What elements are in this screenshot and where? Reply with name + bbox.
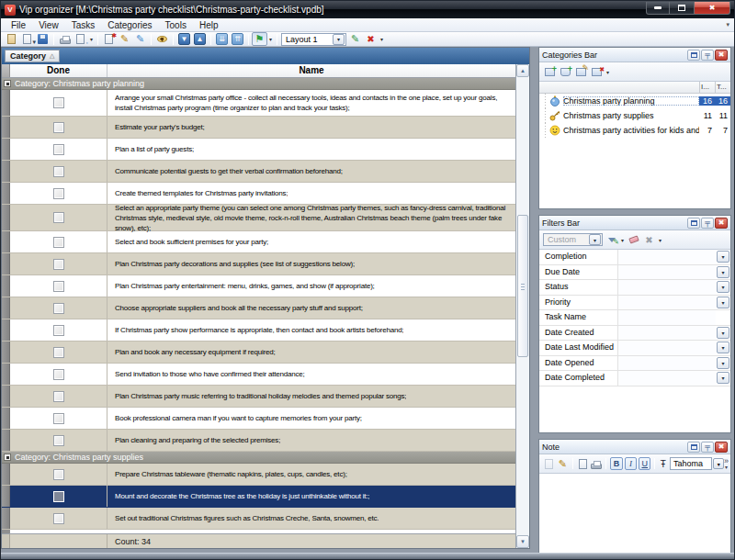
minimize-button[interactable] (646, 2, 670, 15)
add-subcategory-icon[interactable]: + (558, 65, 573, 79)
scroll-up-icon[interactable]: ▲ (516, 64, 529, 77)
filters-close-button[interactable]: ✖ (715, 218, 728, 229)
scroll-down-icon[interactable]: ▼ (516, 535, 529, 548)
note-editor[interactable] (539, 474, 730, 553)
menu-file[interactable]: File (5, 18, 32, 32)
filter-dropdown-button[interactable]: ▾ (717, 297, 729, 308)
group-by-category-button[interactable]: Category △ (5, 50, 60, 62)
done-checkbox[interactable] (53, 513, 64, 524)
open-document-icon[interactable]: ▾ (19, 32, 35, 46)
filter-dropdown-button[interactable]: ▾ (717, 357, 729, 369)
note-close-button[interactable]: ✖ (715, 442, 728, 453)
count-column-2-header[interactable]: T... (715, 82, 730, 93)
categories-pin-button[interactable]: ╤ (701, 50, 714, 61)
new-task-icon[interactable]: ✱ (101, 32, 117, 46)
categories-float-button[interactable] (687, 50, 700, 61)
show-completed-eye-icon[interactable] (154, 32, 170, 46)
edit-task-icon[interactable]: ✎ (117, 32, 132, 46)
toolbar-overflow-icon[interactable]: ▾ (88, 36, 95, 42)
task-row[interactable]: Select an appropriate party theme (you c… (2, 205, 515, 231)
done-checkbox[interactable] (53, 122, 64, 133)
save-layout-icon[interactable]: ✎ (347, 32, 363, 46)
task-row[interactable]: Plan Christmas party decorations and sup… (2, 253, 515, 275)
flag-dropdown-icon[interactable]: ▾ (267, 36, 274, 42)
print-note-icon[interactable] (590, 457, 604, 471)
collapse-icon[interactable] (4, 80, 11, 87)
filters-pin-button[interactable]: ╤ (701, 218, 714, 229)
menu-categories[interactable]: Categories (101, 18, 158, 32)
save-filter-dropdown-icon[interactable]: ▾ (619, 237, 626, 243)
grid-vertical-scrollbar[interactable]: ▲ ▼ (515, 64, 529, 548)
delete-filter-icon[interactable]: ✖ (641, 233, 657, 247)
count-column-1-header[interactable]: I... (699, 82, 715, 93)
menu-tools[interactable]: Tools (159, 18, 193, 32)
task-row[interactable]: Mount and decorate the Christmas tree as… (2, 486, 515, 508)
note-toolbar-overflow-icon[interactable]: »▾ (724, 458, 730, 470)
task-row[interactable]: Plan Christmas party music referring to … (2, 386, 515, 408)
filter-value-field[interactable] (618, 250, 716, 264)
done-checkbox[interactable] (53, 369, 64, 380)
task-row[interactable]: If Christmas party show performance is a… (2, 319, 515, 342)
filter-dropdown-button[interactable]: ▾ (717, 342, 729, 353)
done-checkbox[interactable] (53, 144, 64, 155)
task-row[interactable]: Plan Christmas party entertainment: menu… (2, 275, 515, 297)
flag-icon[interactable]: ⚑ (252, 32, 267, 46)
column-header-done[interactable]: Done (10, 64, 107, 77)
filter-value-field[interactable] (618, 341, 716, 355)
maximize-button[interactable] (670, 2, 694, 15)
filter-value-field[interactable] (618, 265, 716, 280)
note-pin-button[interactable]: ╤ (701, 442, 714, 453)
layout-overflow-icon[interactable]: ▾ (379, 36, 385, 42)
task-row[interactable]: Arrange your small Christmas party offic… (2, 90, 515, 117)
move-down-icon[interactable]: ▼ (176, 32, 192, 46)
done-checkbox[interactable] (53, 491, 64, 502)
menubar-overflow-icon[interactable]: ▾ (726, 21, 734, 28)
task-row[interactable]: Plan and book any necessary equipment if… (2, 342, 515, 364)
task-row[interactable]: Select and book sufficient premises for … (2, 231, 515, 253)
print-preview-icon[interactable]: ◦ (73, 32, 88, 46)
done-checkbox[interactable] (53, 435, 64, 446)
categories-toolbar-overflow-icon[interactable]: ▾ (605, 69, 611, 75)
filter-value-field[interactable] (618, 326, 716, 341)
paste-icon[interactable] (542, 457, 556, 471)
font-combo[interactable]: Tahoma (670, 457, 712, 470)
task-row[interactable]: Plan a list of party guests; (2, 139, 515, 161)
menu-view[interactable]: View (32, 18, 65, 32)
expand-all-icon[interactable]: ⇊ (214, 32, 230, 46)
filter-dropdown-button[interactable]: ▾ (717, 372, 729, 384)
filter-preset-dropdown-icon[interactable]: ▾ (589, 234, 601, 245)
edit-category-icon[interactable]: ✎ (573, 65, 589, 79)
delete-layout-icon[interactable]: ✖ (363, 32, 379, 46)
filters-float-button[interactable] (687, 218, 700, 229)
task-row[interactable]: Book professional camera man if you want… (2, 408, 515, 430)
category-group-row[interactable]: Category: Christmas party supplies (2, 452, 515, 464)
hyperlink-icon[interactable]: ✎ (556, 457, 570, 471)
task-row[interactable]: Choose appropriate suppliers and book al… (2, 297, 515, 319)
save-icon[interactable] (35, 32, 51, 46)
collapse-icon[interactable] (4, 454, 11, 461)
done-checkbox[interactable] (53, 97, 64, 108)
done-checkbox[interactable] (53, 237, 64, 248)
task-row[interactable]: Create themed templates for Christmas pa… (2, 183, 515, 205)
column-header-name[interactable]: Name (107, 64, 515, 77)
scrollbar-thumb[interactable] (517, 215, 528, 357)
task-row[interactable]: Set out traditional Christmas figures su… (2, 508, 515, 530)
scrollbar-track[interactable] (516, 77, 529, 535)
add-category-icon[interactable]: + (542, 65, 558, 79)
done-checkbox[interactable] (53, 188, 64, 199)
filter-value-field[interactable] (618, 310, 716, 325)
italic-button[interactable]: I (625, 457, 637, 470)
filter-dropdown-button[interactable]: ▾ (717, 266, 729, 278)
layout-combo[interactable]: Layout 1 ▾ (281, 33, 346, 46)
categories-close-button[interactable]: ✖ (715, 50, 728, 61)
done-checkbox[interactable] (53, 259, 64, 270)
insert-object-icon[interactable] (576, 457, 590, 471)
clear-filter-icon[interactable] (626, 233, 641, 247)
filter-dropdown-button[interactable]: ▾ (717, 251, 729, 263)
font-combo-dropdown-icon[interactable]: ▾ (713, 458, 724, 469)
filter-value-field[interactable] (618, 296, 716, 310)
filter-dropdown-button[interactable]: ▾ (717, 281, 729, 293)
category-tree-item[interactable]: Christmas party supplies 11 11 (539, 108, 730, 123)
filter-value-field[interactable] (618, 356, 716, 371)
task-row[interactable]: Send invitation to those who have confir… (2, 364, 515, 386)
